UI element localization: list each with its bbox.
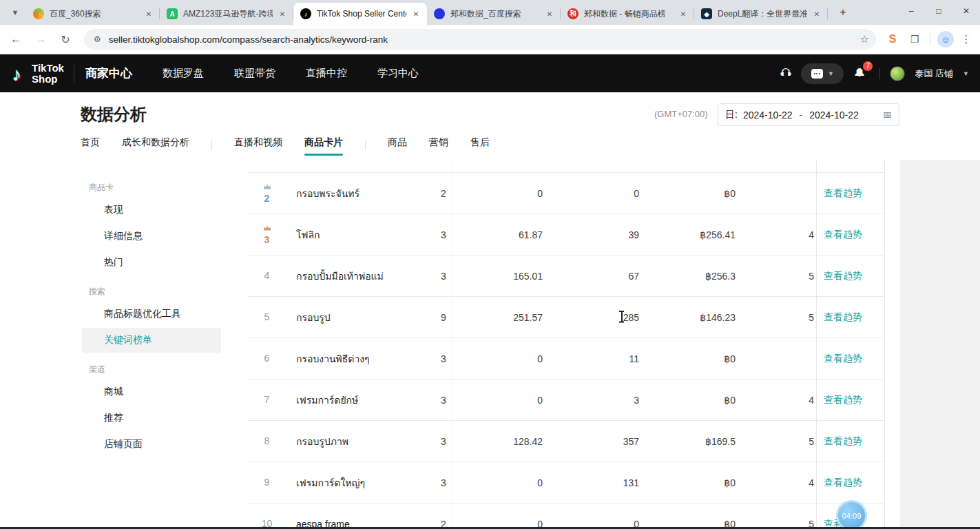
nav-item-联盟带货[interactable]: 联盟带货 (234, 67, 275, 80)
sidebar-item-热门[interactable]: 热门 (82, 250, 221, 275)
date-end[interactable]: 2024-10-22 (809, 110, 859, 121)
browser-tab[interactable]: 百度_360搜索✕ (26, 3, 160, 25)
new-tab-button[interactable]: + (833, 3, 853, 22)
value-cell: 0 (453, 477, 550, 488)
action-cell: 查看趋势 (816, 421, 885, 461)
nav-divider (74, 65, 74, 83)
tab-search-icon[interactable]: ▼ (6, 3, 25, 22)
sidebar-item-表现[interactable]: 表现 (82, 198, 221, 222)
value-cell: ฿0 (639, 395, 736, 406)
store-avatar[interactable] (890, 66, 905, 81)
date-start[interactable]: 2024-10-22 (743, 110, 793, 121)
view-trend-link[interactable]: 查看趋势 (824, 187, 862, 200)
view-trend-link[interactable]: 查看趋势 (824, 477, 862, 489)
tab-商品卡片[interactable]: 商品卡片 (304, 136, 343, 154)
clipped-left-value: 3 (439, 436, 453, 447)
tab-close-icon[interactable]: ✕ (277, 8, 288, 19)
support-headset-icon[interactable]: 🎧︎ (780, 67, 791, 81)
clipped-right-value: 4 (736, 477, 816, 488)
view-trend-link[interactable]: 查看趋势 (824, 270, 862, 282)
tab-divider (211, 141, 212, 150)
seller-extension-icon[interactable]: S (884, 33, 901, 45)
tab-直播和视频[interactable]: 直播和视频 (234, 136, 282, 154)
browser-tab[interactable]: 和郑和数据 - 畅销商品榜✕ (561, 3, 694, 25)
tab-close-icon[interactable]: ✕ (410, 8, 421, 19)
sidebar-item-详细信息[interactable]: 详细信息 (82, 224, 221, 249)
sidebar-item-关键词榜单[interactable]: 关键词榜单 (82, 328, 221, 353)
minimize-button[interactable]: – (897, 0, 925, 22)
browser-tab[interactable]: ♪TikTok Shop Seller Cente✕ (293, 3, 427, 25)
amz123-icon: A (167, 8, 178, 19)
notifications[interactable]: 🔔︎ 7 (853, 67, 870, 81)
value-cell: ฿169.5 (639, 436, 736, 447)
logo-line1: TikTok (32, 63, 64, 74)
store-chevron-down-icon[interactable]: ▼ (963, 70, 969, 77)
action-cell: 查看趋势 (816, 380, 885, 420)
clipped-right-value: 5 (736, 312, 816, 323)
nav-right-divider (879, 68, 880, 79)
tab-成长和数据分析[interactable]: 成长和数据分析 (122, 136, 189, 154)
nav-item-商家中心[interactable]: 商家中心 (85, 65, 132, 81)
nav-item-直播中控[interactable]: 直播中控 (306, 67, 347, 80)
back-icon[interactable]: ← (7, 30, 25, 48)
reload-icon[interactable]: ↻ (56, 30, 74, 48)
sidebar-item-商城[interactable]: 商城 (82, 380, 221, 404)
clipped-right-value: 5 (736, 436, 816, 447)
value-cell: ฿256.3 (639, 271, 736, 282)
tab-营销[interactable]: 营销 (429, 136, 448, 154)
chat-bubble-icon (811, 69, 823, 79)
tiktok-shop-logo[interactable]: ♪♪♪ TikTok Shop (11, 63, 64, 85)
tab-首页[interactable]: 首页 (81, 136, 100, 154)
tab-售后[interactable]: 售后 (470, 136, 490, 154)
view-trend-link[interactable]: 查看趋势 (824, 353, 862, 365)
tab-close-icon[interactable]: ✕ (544, 8, 555, 19)
browser-tab[interactable]: ◆DeepL翻译：全世界最准✕ (694, 3, 828, 25)
sidebar-item-店铺页面[interactable]: 店铺页面 (82, 432, 221, 457)
chat-pill[interactable]: ▼ (801, 63, 844, 84)
sidebar-item-商品标题优化工具[interactable]: 商品标题优化工具 (82, 302, 221, 326)
view-trend-link[interactable]: 查看趋势 (824, 435, 862, 448)
silver-crown-icon (263, 183, 271, 193)
site-settings-icon[interactable]: ⚙︎ (94, 34, 102, 44)
maximize-button[interactable]: □ (925, 0, 952, 22)
sticky-left-shadow (452, 160, 452, 529)
value-cell: 357 (550, 436, 639, 447)
view-trend-link[interactable]: 查看趋势 (824, 394, 862, 406)
navbar-right: 🎧︎ ▼ 🔔︎ 7 泰国 店铺 ▼ (780, 54, 969, 92)
browser-tab[interactable]: AAMZ123亚马逊导航-跨境✕ (160, 3, 293, 25)
rank-number: 8 (264, 436, 270, 446)
bookmark-star-icon[interactable]: ☆ (860, 33, 869, 45)
tab-title: DeepL翻译：全世界最准 (718, 8, 807, 20)
view-trend-link[interactable]: 查看趋势 (824, 311, 862, 324)
store-name[interactable]: 泰国 店铺 (915, 68, 953, 80)
toolbar-right: S ❒ ☺ ⋮ (884, 31, 973, 48)
browser-tab[interactable]: 郑和数据_百度搜索✕ (427, 3, 561, 25)
rank-number: 7 (264, 395, 270, 405)
rank-number: 4 (264, 271, 270, 281)
value-cell: 0 (453, 188, 550, 199)
browser-menu-icon[interactable]: ⋮ (959, 33, 973, 45)
browser-profile-avatar[interactable]: ☺ (937, 31, 954, 48)
date-range-picker[interactable]: 日: 2024-10-22 - 2024-10-22 📅︎ (718, 103, 899, 126)
tab-close-icon[interactable]: ✕ (678, 8, 689, 19)
tab-商品[interactable]: 商品 (388, 136, 407, 154)
tab-title: 郑和数据 - 畅销商品榜 (584, 8, 674, 20)
address-bar[interactable]: ⚙︎ seller.tiktokglobalshop.com/compass/s… (84, 29, 876, 50)
sidebar-item-推荐[interactable]: 推荐 (82, 406, 221, 431)
value-cell: 0 (453, 353, 550, 364)
floating-timer-bubble[interactable]: 04:09 (836, 500, 867, 529)
tab-close-icon[interactable]: ✕ (811, 8, 822, 19)
bronze-crown-icon (263, 224, 271, 234)
nav-item-数据罗盘[interactable]: 数据罗盘 (163, 67, 204, 80)
tab-close-icon[interactable]: ✕ (143, 8, 154, 19)
nav-item-学习中心[interactable]: 学习中心 (377, 67, 419, 80)
extensions-puzzle-icon[interactable]: ❒ (906, 34, 923, 45)
close-button[interactable]: ✕ (952, 0, 980, 22)
view-trend-link[interactable]: 查看趋势 (824, 229, 862, 241)
forward-icon[interactable]: → (32, 30, 50, 48)
table-row: 7เฟรมการ์ดยักษ์303฿04查看趋势 (248, 380, 885, 421)
url-text[interactable]: seller.tiktokglobalshop.com/compass/sear… (109, 34, 860, 45)
sidebar-section-label: 搜索 (89, 286, 224, 298)
calendar-icon[interactable]: 📅︎ (883, 110, 892, 120)
tab-title: AMZ123亚马逊导航-跨境 (183, 8, 273, 20)
